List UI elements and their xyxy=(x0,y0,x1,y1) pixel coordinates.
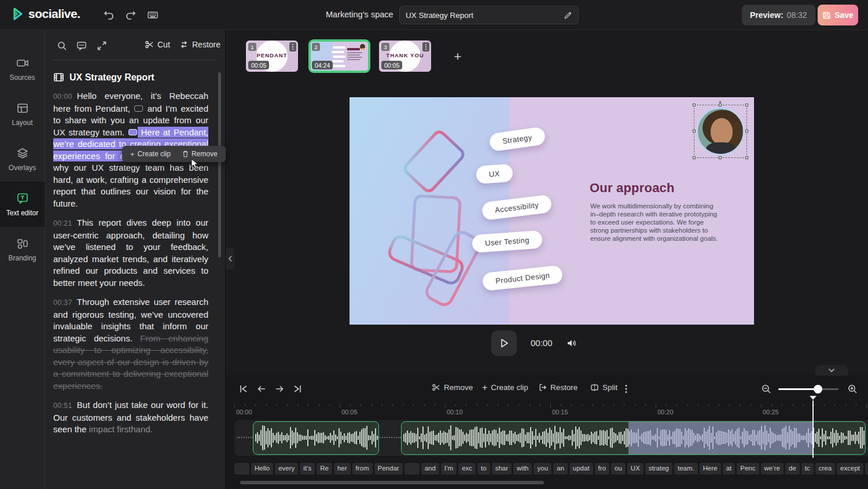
context-remove-button[interactable]: Remove xyxy=(176,146,223,162)
slide-pill-ux[interactable]: UX xyxy=(476,164,513,184)
expand-icon[interactable] xyxy=(97,41,107,51)
word-chip[interactable]: strateg xyxy=(645,463,672,475)
timeline-ruler[interactable]: 00:0000:0500:1000:1500:2000:25 xyxy=(234,404,868,419)
resize-handle-se[interactable] xyxy=(745,156,748,159)
word-chip[interactable]: and xyxy=(421,463,439,475)
transcript-paragraph[interactable]: 00:21This report dives deep into our use… xyxy=(53,217,208,289)
word-chip[interactable]: Penc xyxy=(737,463,759,475)
word-chip[interactable]: tc xyxy=(801,463,814,475)
timeline-restore-button[interactable]: Restore xyxy=(538,383,578,392)
transcript-text[interactable]: This report dives deep into our user-cen… xyxy=(53,218,208,288)
word-chip[interactable]: Pendar xyxy=(374,463,403,475)
resize-handle-n[interactable] xyxy=(719,104,722,106)
sidebar-item-layout[interactable]: Layout xyxy=(0,91,45,137)
word-chip[interactable]: it’s xyxy=(300,463,315,475)
clip-thumbnail-1[interactable]: PENDANT100:05 xyxy=(246,41,298,72)
panel-scrollbar[interactable] xyxy=(218,72,221,258)
clip-menu-button[interactable] xyxy=(289,42,296,52)
word-chip[interactable]: from xyxy=(352,463,373,475)
preview-duration[interactable]: Preview: 08:32 xyxy=(742,5,815,25)
transcript-paragraph[interactable]: 00:51But don’t just take our word for it… xyxy=(53,399,208,436)
step-forward-button[interactable] xyxy=(274,384,285,394)
word-chip[interactable]: fro xyxy=(595,463,609,475)
word-chip[interactable]: crea xyxy=(815,463,835,475)
save-button[interactable]: Save xyxy=(818,5,858,25)
skip-to-end-button[interactable] xyxy=(292,384,303,394)
word-chip[interactable]: de xyxy=(785,463,800,475)
waveform-segment-2[interactable] xyxy=(401,421,866,455)
project-title-input[interactable] xyxy=(406,11,564,20)
waveform-selection-region[interactable] xyxy=(628,422,814,454)
word-chip[interactable]: Re xyxy=(317,463,332,475)
sidebar-item-overlays[interactable]: Overlays xyxy=(0,137,45,182)
comments-icon[interactable] xyxy=(76,41,87,51)
word-chip[interactable]: team. xyxy=(674,463,698,475)
restore-button[interactable]: Restore xyxy=(179,40,220,49)
word-chip[interactable]: I’m xyxy=(441,463,457,475)
resize-handle-ne[interactable] xyxy=(745,104,748,106)
resize-handle-w[interactable] xyxy=(693,130,696,133)
timeline-remove-button[interactable]: Remove xyxy=(432,383,473,392)
pause-marker[interactable] xyxy=(128,129,137,135)
skip-to-start-button[interactable] xyxy=(238,384,249,394)
add-clip-button[interactable]: + xyxy=(451,51,464,64)
zoom-in-button[interactable] xyxy=(847,384,858,394)
app-logo[interactable]: socialive. xyxy=(9,6,80,21)
undo-button[interactable] xyxy=(103,9,115,21)
cut-button[interactable]: Cut xyxy=(145,40,170,49)
step-back-button[interactable] xyxy=(256,384,267,394)
waveform-segment-1[interactable] xyxy=(253,421,379,455)
sidebar-item-branding[interactable]: Branding xyxy=(0,227,45,272)
horizontal-scrollbar[interactable] xyxy=(240,481,544,484)
redo-button[interactable] xyxy=(125,9,137,21)
playhead-marker[interactable] xyxy=(810,396,816,400)
word-chip[interactable]: with xyxy=(513,463,532,475)
clip-thumbnail-2[interactable]: 204:24 xyxy=(308,39,370,73)
word-chip[interactable]: you xyxy=(534,463,551,475)
sidebar-item-text-editor[interactable]: Text editor xyxy=(0,182,45,227)
collapse-timeline-tab[interactable] xyxy=(815,365,848,376)
word-chip[interactable]: Hello xyxy=(251,463,273,475)
volume-icon[interactable] xyxy=(566,337,578,349)
word-chip[interactable]: Here xyxy=(700,463,721,475)
slide-preview[interactable]: StrategyUXAccessibilityUser TestingProdu… xyxy=(350,97,754,325)
play-button[interactable] xyxy=(491,330,517,356)
clip-menu-button[interactable] xyxy=(422,42,429,52)
pause-marker[interactable] xyxy=(134,105,143,112)
edit-pencil-icon[interactable] xyxy=(564,11,572,20)
word-chip[interactable]: at xyxy=(723,463,735,475)
resize-handle-nw[interactable] xyxy=(693,104,696,106)
sidebar-item-sources[interactable]: Sources xyxy=(0,46,45,91)
word-chip[interactable]: ou xyxy=(611,463,626,475)
word-chip[interactable]: an xyxy=(553,463,568,475)
resize-handle-s[interactable] xyxy=(719,156,722,159)
avatar-selection-box[interactable] xyxy=(694,105,747,158)
collapse-panel-handle[interactable] xyxy=(226,248,234,270)
transcript-paragraph[interactable]: 00:37Through extensive user research and… xyxy=(53,296,208,392)
word-chip[interactable]: shar xyxy=(492,463,512,475)
transcript-body[interactable]: 00:00Hello everyone, it’s Rebeccah here … xyxy=(53,90,208,443)
timeline-create-clip-button[interactable]: + Create clip xyxy=(482,383,528,392)
timeline-more-button[interactable] xyxy=(622,384,630,394)
word-chip[interactable]: updat xyxy=(569,463,593,475)
search-icon[interactable] xyxy=(57,41,67,51)
word-chip-blank[interactable] xyxy=(234,463,249,475)
word-chip[interactable]: UX xyxy=(627,463,643,475)
timeline-split-button[interactable]: Split xyxy=(590,383,617,392)
clip-thumbnail-3[interactable]: THANK YOU300:05 xyxy=(379,41,431,72)
context-create-clip-button[interactable]: + Create clip xyxy=(124,146,176,162)
zoom-slider-knob[interactable] xyxy=(814,385,822,394)
word-chip[interactable]: every xyxy=(275,463,298,475)
playhead-line[interactable] xyxy=(812,400,814,458)
timeline-zoom-slider[interactable] xyxy=(778,388,838,390)
resize-handle-e[interactable] xyxy=(745,130,748,133)
zoom-out-button[interactable] xyxy=(761,384,771,394)
word-chip-blank[interactable] xyxy=(404,463,420,475)
word-chip[interactable]: we’re xyxy=(761,463,784,475)
resize-handle-sw[interactable] xyxy=(693,156,696,159)
word-chip[interactable]: her xyxy=(334,463,351,475)
project-title-field[interactable] xyxy=(399,6,579,24)
word-chip[interactable]: exp xyxy=(865,463,868,475)
word-chip[interactable]: to xyxy=(477,463,490,475)
transcript-text[interactable]: impact firsthand. xyxy=(89,424,153,434)
